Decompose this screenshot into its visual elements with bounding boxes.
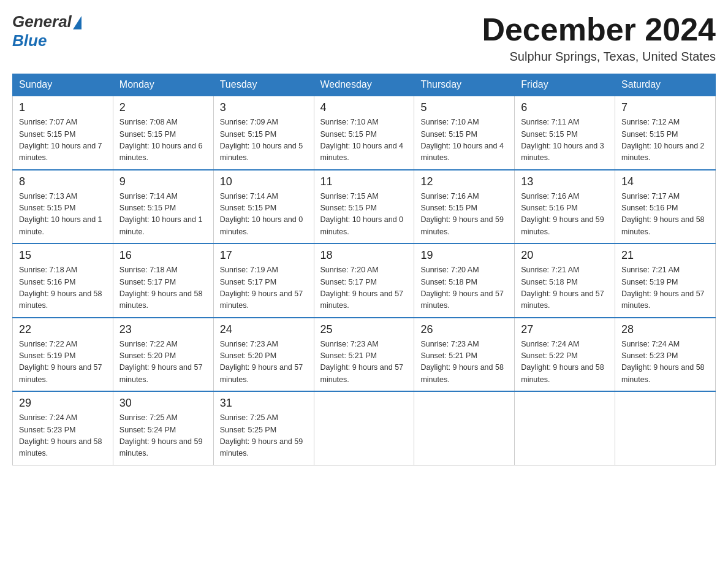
calendar-cell: [314, 391, 414, 465]
day-number: 28: [621, 323, 709, 336]
calendar-week-row: 8 Sunrise: 7:13 AMSunset: 5:15 PMDayligh…: [13, 170, 716, 244]
calendar-cell: 10 Sunrise: 7:14 AMSunset: 5:15 PMDaylig…: [213, 170, 314, 244]
day-number: 24: [220, 323, 308, 336]
day-info: Sunrise: 7:21 AMSunset: 5:18 PMDaylight:…: [521, 266, 604, 310]
day-number: 19: [420, 249, 508, 262]
day-info: Sunrise: 7:20 AMSunset: 5:18 PMDaylight:…: [420, 266, 504, 310]
page-header: General Blue December 2024 Sulphur Sprin…: [12, 12, 716, 64]
calendar-week-row: 15 Sunrise: 7:18 AMSunset: 5:16 PMDaylig…: [13, 243, 716, 318]
calendar-cell: 23 Sunrise: 7:22 AMSunset: 5:20 PMDaylig…: [113, 318, 213, 392]
day-number: 25: [320, 323, 408, 336]
day-info: Sunrise: 7:16 AMSunset: 5:15 PMDaylight:…: [420, 192, 504, 236]
day-info: Sunrise: 7:12 AMSunset: 5:15 PMDaylight:…: [621, 118, 705, 162]
calendar-cell: 21 Sunrise: 7:21 AMSunset: 5:19 PMDaylig…: [615, 243, 716, 318]
calendar-cell: 6 Sunrise: 7:11 AMSunset: 5:15 PMDayligh…: [515, 96, 615, 170]
calendar-cell: 1 Sunrise: 7:07 AMSunset: 5:15 PMDayligh…: [13, 96, 113, 170]
calendar-cell: 15 Sunrise: 7:18 AMSunset: 5:16 PMDaylig…: [13, 243, 113, 318]
calendar-cell: 16 Sunrise: 7:18 AMSunset: 5:17 PMDaylig…: [113, 243, 213, 318]
day-number: 26: [420, 323, 508, 336]
calendar-cell: 24 Sunrise: 7:23 AMSunset: 5:20 PMDaylig…: [213, 318, 314, 392]
day-number: 5: [420, 101, 508, 114]
calendar-cell: [615, 391, 716, 465]
day-info: Sunrise: 7:21 AMSunset: 5:19 PMDaylight:…: [621, 266, 705, 310]
day-number: 18: [320, 249, 408, 262]
day-number: 8: [19, 175, 107, 188]
calendar-cell: 5 Sunrise: 7:10 AMSunset: 5:15 PMDayligh…: [414, 96, 515, 170]
calendar-cell: [414, 391, 515, 465]
day-info: Sunrise: 7:09 AMSunset: 5:15 PMDaylight:…: [220, 118, 303, 162]
day-number: 27: [521, 323, 609, 336]
day-info: Sunrise: 7:07 AMSunset: 5:15 PMDaylight:…: [19, 118, 102, 162]
logo-triangle-icon: [73, 16, 82, 29]
day-info: Sunrise: 7:17 AMSunset: 5:16 PMDaylight:…: [621, 192, 705, 236]
weekday-header-wednesday: Wednesday: [314, 74, 414, 96]
calendar-cell: 25 Sunrise: 7:23 AMSunset: 5:21 PMDaylig…: [314, 318, 414, 392]
day-number: 11: [320, 175, 408, 188]
calendar-cell: 20 Sunrise: 7:21 AMSunset: 5:18 PMDaylig…: [515, 243, 615, 318]
day-info: Sunrise: 7:18 AMSunset: 5:17 PMDaylight:…: [119, 266, 203, 310]
title-area: December 2024 Sulphur Springs, Texas, Un…: [482, 12, 716, 64]
day-info: Sunrise: 7:25 AMSunset: 5:25 PMDaylight:…: [220, 413, 303, 458]
logo-blue-text: Blue: [12, 31, 47, 50]
calendar-cell: 12 Sunrise: 7:16 AMSunset: 5:15 PMDaylig…: [414, 170, 515, 244]
day-info: Sunrise: 7:22 AMSunset: 5:19 PMDaylight:…: [19, 340, 102, 384]
day-number: 3: [220, 101, 308, 114]
day-info: Sunrise: 7:23 AMSunset: 5:20 PMDaylight:…: [220, 340, 303, 384]
day-number: 1: [19, 101, 107, 114]
day-number: 30: [119, 397, 207, 410]
calendar-cell: 19 Sunrise: 7:20 AMSunset: 5:18 PMDaylig…: [414, 243, 515, 318]
calendar-cell: 7 Sunrise: 7:12 AMSunset: 5:15 PMDayligh…: [615, 96, 716, 170]
day-number: 10: [220, 175, 308, 188]
calendar-cell: 31 Sunrise: 7:25 AMSunset: 5:25 PMDaylig…: [213, 391, 314, 465]
day-info: Sunrise: 7:15 AMSunset: 5:15 PMDaylight:…: [320, 192, 404, 236]
calendar-cell: 11 Sunrise: 7:15 AMSunset: 5:15 PMDaylig…: [314, 170, 414, 244]
day-info: Sunrise: 7:25 AMSunset: 5:24 PMDaylight:…: [119, 413, 203, 458]
day-info: Sunrise: 7:10 AMSunset: 5:15 PMDaylight:…: [320, 118, 404, 162]
calendar-week-row: 22 Sunrise: 7:22 AMSunset: 5:19 PMDaylig…: [13, 318, 716, 392]
day-info: Sunrise: 7:10 AMSunset: 5:15 PMDaylight:…: [420, 118, 504, 162]
day-info: Sunrise: 7:18 AMSunset: 5:16 PMDaylight:…: [19, 266, 102, 310]
calendar-cell: 18 Sunrise: 7:20 AMSunset: 5:17 PMDaylig…: [314, 243, 414, 318]
weekday-header-sunday: Sunday: [13, 74, 113, 96]
day-info: Sunrise: 7:23 AMSunset: 5:21 PMDaylight:…: [320, 340, 404, 384]
calendar-cell: 29 Sunrise: 7:24 AMSunset: 5:23 PMDaylig…: [13, 391, 113, 465]
month-title: December 2024: [482, 12, 716, 47]
weekday-header-tuesday: Tuesday: [213, 74, 314, 96]
calendar-cell: 28 Sunrise: 7:24 AMSunset: 5:23 PMDaylig…: [615, 318, 716, 392]
calendar-cell: 4 Sunrise: 7:10 AMSunset: 5:15 PMDayligh…: [314, 96, 414, 170]
day-info: Sunrise: 7:20 AMSunset: 5:17 PMDaylight:…: [320, 266, 404, 310]
calendar-week-row: 29 Sunrise: 7:24 AMSunset: 5:23 PMDaylig…: [13, 391, 716, 465]
day-info: Sunrise: 7:14 AMSunset: 5:15 PMDaylight:…: [119, 192, 203, 236]
weekday-header-friday: Friday: [515, 74, 615, 96]
day-info: Sunrise: 7:22 AMSunset: 5:20 PMDaylight:…: [119, 340, 203, 384]
calendar-cell: 22 Sunrise: 7:22 AMSunset: 5:19 PMDaylig…: [13, 318, 113, 392]
calendar-cell: 13 Sunrise: 7:16 AMSunset: 5:16 PMDaylig…: [515, 170, 615, 244]
calendar-cell: 3 Sunrise: 7:09 AMSunset: 5:15 PMDayligh…: [213, 96, 314, 170]
day-number: 22: [19, 323, 107, 336]
logo: General Blue: [12, 12, 82, 50]
calendar-week-row: 1 Sunrise: 7:07 AMSunset: 5:15 PMDayligh…: [13, 96, 716, 170]
day-info: Sunrise: 7:24 AMSunset: 5:23 PMDaylight:…: [19, 413, 102, 458]
day-number: 9: [119, 175, 207, 188]
day-info: Sunrise: 7:14 AMSunset: 5:15 PMDaylight:…: [220, 192, 303, 236]
calendar-cell: 17 Sunrise: 7:19 AMSunset: 5:17 PMDaylig…: [213, 243, 314, 318]
day-number: 16: [119, 249, 207, 262]
day-info: Sunrise: 7:13 AMSunset: 5:15 PMDaylight:…: [19, 192, 102, 236]
weekday-header-thursday: Thursday: [414, 74, 515, 96]
calendar-cell: 8 Sunrise: 7:13 AMSunset: 5:15 PMDayligh…: [13, 170, 113, 244]
logo-general-text: General: [12, 12, 72, 31]
day-info: Sunrise: 7:24 AMSunset: 5:22 PMDaylight:…: [521, 340, 604, 384]
location-subtitle: Sulphur Springs, Texas, United States: [482, 50, 716, 64]
day-number: 7: [621, 101, 709, 114]
day-number: 12: [420, 175, 508, 188]
calendar-table: SundayMondayTuesdayWednesdayThursdayFrid…: [12, 74, 716, 465]
day-number: 29: [19, 397, 107, 410]
calendar-cell: 27 Sunrise: 7:24 AMSunset: 5:22 PMDaylig…: [515, 318, 615, 392]
calendar-header-row: SundayMondayTuesdayWednesdayThursdayFrid…: [13, 74, 716, 96]
calendar-cell: 26 Sunrise: 7:23 AMSunset: 5:21 PMDaylig…: [414, 318, 515, 392]
calendar-cell: 30 Sunrise: 7:25 AMSunset: 5:24 PMDaylig…: [113, 391, 213, 465]
day-number: 20: [521, 249, 609, 262]
day-number: 17: [220, 249, 308, 262]
day-number: 23: [119, 323, 207, 336]
day-info: Sunrise: 7:23 AMSunset: 5:21 PMDaylight:…: [420, 340, 504, 384]
